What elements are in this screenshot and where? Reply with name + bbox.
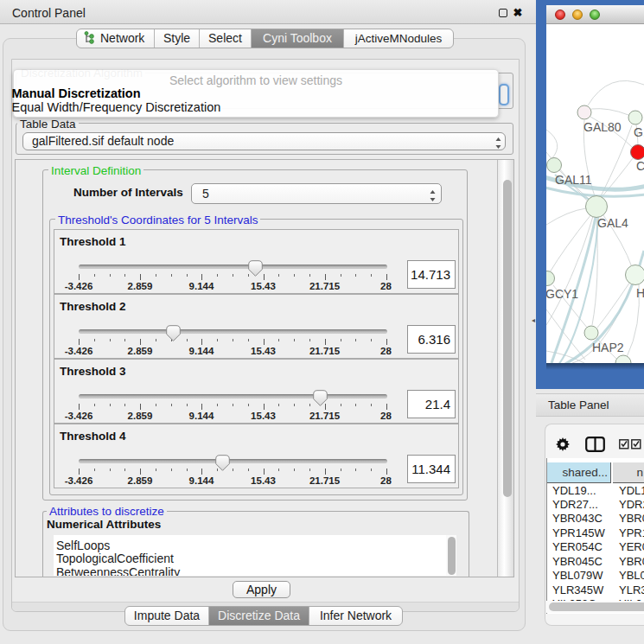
svg-text:HAP2: HAP2 [592, 341, 624, 354]
svg-text:GAL11: GAL11 [555, 173, 592, 187]
svg-text:H: H [636, 286, 644, 300]
svg-text:GAL80: GAL80 [583, 120, 622, 134]
svg-text:G.: G. [634, 125, 644, 139]
svg-text:C: C [636, 159, 644, 173]
svg-text:GCY1: GCY1 [546, 287, 578, 301]
svg-text:GAL4: GAL4 [597, 216, 628, 230]
